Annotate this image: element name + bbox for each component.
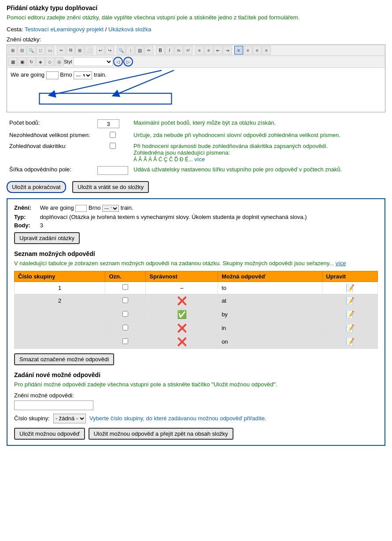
toolbar-btn-ol[interactable]: ≡ [204,46,213,55]
toolbar-btn-special-2[interactable]: ▷ [123,57,133,67]
toolbar-btn-r2-2[interactable]: ▣ [18,57,26,66]
toolbar-btn-pencil[interactable]: ✏ [144,46,153,55]
preview-body-row: Body: 3 [14,222,378,229]
style-select[interactable] [73,57,113,66]
new-answer-section: Zadání nové možné odpovědi Pro přidání m… [14,371,378,440]
cell-correct: ❌ [146,321,218,335]
cell-edit[interactable]: 📝 [322,308,378,321]
group-select[interactable]: - žádná - [53,414,86,423]
width-input[interactable] [97,166,128,175]
save-back-button[interactable]: Uložit a vrátit se do složky [72,181,149,193]
cell-group: 1 [15,282,105,294]
cell-mark[interactable] [105,308,146,321]
toolbar-btn-italic[interactable]: I [165,46,174,55]
edit-icon[interactable]: 📝 [346,324,355,332]
case-checkbox[interactable] [110,132,116,138]
diacritics-chars: Á Â Ã Ä Å Ć Ç Č Ď Đ É... [133,156,193,163]
toolbar-btn-align-right[interactable]: ≡ [253,46,262,55]
toolbar-btn-box2[interactable]: ▭ [45,46,54,55]
answers-more-link[interactable]: více [336,260,346,267]
cell-mark[interactable] [105,294,146,308]
delete-answers-button[interactable]: Smazat označené možné odpovědi [14,353,114,365]
toolbar-btn-box1[interactable]: □ [36,46,45,55]
toolbar-btn-sub[interactable]: x₂ [174,46,183,55]
toolbar-btn-indent-in[interactable]: ⇥ [223,46,232,55]
toolbar-btn-box3[interactable]: ⬜ [85,46,93,55]
cell-mark[interactable] [105,321,146,335]
toolbar-btn-r2-6[interactable]: ◎ [55,57,63,66]
toolbar-btn-search[interactable]: 🔍 [117,46,126,55]
row-checkbox[interactable] [122,284,128,290]
preview-section: Znění: We are going Brno --- ▼ train. Ty… [7,198,385,446]
toolbar-btn-sup[interactable]: x² [184,46,192,55]
cell-edit[interactable]: 📝 [322,294,378,308]
toolbar-btn-copy[interactable]: ⧉ [66,46,75,55]
toolbar-btn-special-1[interactable]: ◁ [113,57,123,67]
preview-inline-select[interactable]: --- ▼ [102,205,119,212]
editor-text-before: We are going Brno --- ▼ train. [11,71,107,78]
cell-edit[interactable]: 📝 [322,282,378,294]
toolbar-btn-r2-1[interactable]: ▦ [8,57,17,66]
preview-typ-label: Typ: [14,214,38,220]
incorrect-icon: ❌ [177,324,187,333]
editor-toolbar-row1: ⊞ ⊟ 🔍 □ ▭ ✂ ⧉ ⊞ ⬜ ↩ ↪ 🔍 ⫶ ▨ ✏ B I x₂ x² … [7,45,385,56]
table-row: ❌in📝 [15,321,378,335]
edit-question-btn-wrapper: Upravit zadání otázky [14,232,378,244]
toolbar-btn-align-center[interactable]: ≡ [244,46,252,55]
table-row: 1–to📝 [15,282,378,294]
points-input[interactable] [97,119,119,128]
cell-edit[interactable]: 📝 [322,321,378,335]
toolbar-btn-grid[interactable]: ⊟ [18,46,26,55]
toolbar-btn-r2-3[interactable]: ↻ [27,57,36,66]
col-answer: Možná odpověď [218,271,322,282]
save-answer-button[interactable]: Uložit možnou odpověď [14,428,85,440]
toolbar-btn-indent-out[interactable]: ⇤ [214,46,222,55]
toolbar-btn-r2-4[interactable]: ◈ [36,57,45,66]
new-answer-text-input[interactable] [14,400,93,410]
cell-edit[interactable]: 📝 [322,335,378,348]
row-checkbox[interactable] [122,311,128,317]
case-desc: Určuje, zda nebude při vyhodnocení slovn… [131,130,385,141]
edit-icon[interactable]: 📝 [346,311,355,318]
diacritics-more-link[interactable]: více [194,156,205,163]
toolbar-btn-img[interactable]: ▨ [135,46,144,55]
save-answer-back-button[interactable]: Uložit možnou odpověď a přejít zpět na o… [89,428,233,440]
diacritics-checkbox[interactable] [110,143,116,149]
row-checkbox[interactable] [122,297,128,303]
points-label: Počet bodů: [7,118,95,130]
toolbar-sep5 [193,46,195,54]
toolbar-btn-align-justify[interactable]: ≡ [262,46,271,55]
cell-answer: at [218,294,322,308]
toolbar-btn-align-left[interactable]: ≡ [234,46,243,55]
editor-label: Znění otázky: [7,36,385,43]
toolbar-btn-zoom[interactable]: 🔍 [27,46,36,55]
editor-content[interactable]: We are going Brno --- ▼ train. [7,68,385,112]
breadcrumb-link-2[interactable]: Ukázková složka [108,26,152,33]
bottom-buttons: Uložit možnou odpověď Uložit možnou odpo… [14,428,378,440]
save-continue-button[interactable]: Uložit a pokračovat [7,181,66,193]
toolbar-btn-table[interactable]: ⊞ [8,46,17,55]
cell-mark[interactable] [105,282,146,294]
cell-mark[interactable] [105,335,146,348]
toolbar-btn-ul[interactable]: ≡ [195,46,204,55]
edit-question-button[interactable]: Upravit zadání otázky [14,232,80,244]
toolbar-btn-redo[interactable]: ↪ [105,46,114,55]
preview-typ-value: doplňovací (Otázka je tvořená textem s v… [40,214,307,220]
edit-icon[interactable]: 📝 [346,338,355,345]
toolbar-btn-cut[interactable]: ✂ [57,46,66,55]
breadcrumb-link-1[interactable]: Testovací eLearningový projekt [25,26,104,33]
editor-inline-dropdown[interactable]: --- ▼ [74,71,92,79]
cell-correct: ❌ [146,294,218,308]
edit-icon[interactable]: 📝 [346,284,355,292]
toolbar-btn-special[interactable]: ⫶ [126,46,135,55]
row-checkbox[interactable] [122,325,128,330]
toolbar-btn-r2-5[interactable]: ◇ [45,57,54,66]
toolbar-btn-paste[interactable]: ⊞ [75,46,84,55]
toolbar-btn-bold[interactable]: B [156,46,165,55]
editor-inline-field[interactable] [46,71,59,79]
edit-icon[interactable]: 📝 [346,297,355,304]
col-group: Číslo skupiny [15,271,105,282]
style-label: Styl [64,59,72,64]
row-checkbox[interactable] [122,338,128,344]
toolbar-btn-undo[interactable]: ↩ [96,46,105,55]
